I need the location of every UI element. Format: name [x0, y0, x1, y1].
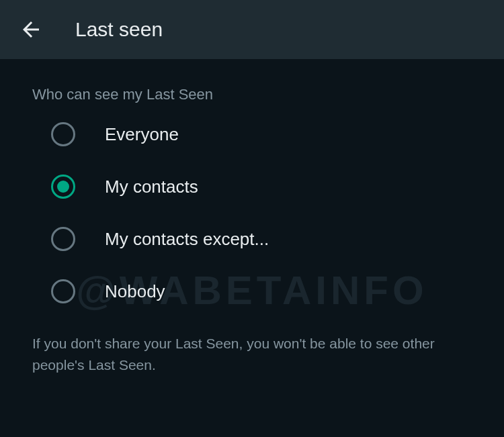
radio-icon: [51, 279, 75, 303]
radio-group: Everyone My contacts My contacts except.…: [32, 122, 472, 303]
option-label: Nobody: [105, 281, 165, 302]
option-nobody[interactable]: Nobody: [51, 279, 472, 303]
radio-icon: [51, 227, 75, 251]
app-header: Last seen: [0, 0, 504, 59]
back-button[interactable]: [19, 17, 43, 42]
help-text: If you don't share your Last Seen, you w…: [32, 333, 472, 375]
option-label: Everyone: [105, 124, 179, 145]
section-label: Who can see my Last Seen: [32, 86, 472, 103]
option-label: My contacts: [105, 177, 198, 197]
option-everyone[interactable]: Everyone: [51, 122, 472, 146]
back-arrow-icon: [19, 17, 43, 42]
option-my-contacts[interactable]: My contacts: [51, 175, 472, 199]
settings-content: Who can see my Last Seen Everyone My con…: [0, 59, 504, 375]
page-title: Last seen: [75, 18, 163, 41]
option-label: My contacts except...: [105, 229, 269, 250]
option-my-contacts-except[interactable]: My contacts except...: [51, 227, 472, 251]
radio-icon: [51, 175, 75, 199]
radio-icon: [51, 122, 75, 146]
